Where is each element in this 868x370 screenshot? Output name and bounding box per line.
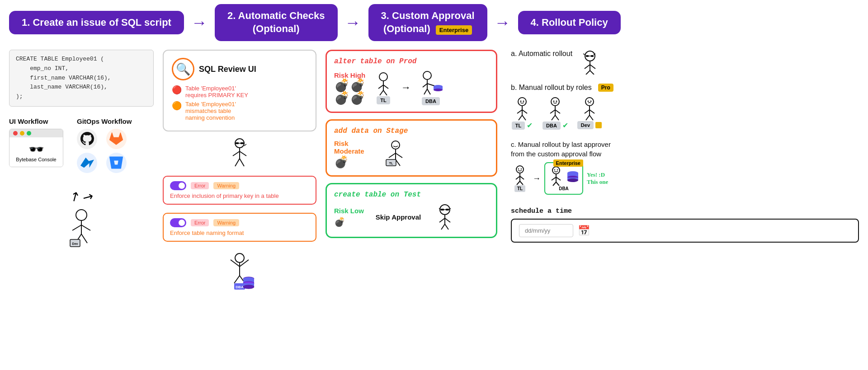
svg-line-21 <box>240 260 249 267</box>
svg-line-16 <box>235 159 240 166</box>
svg-rect-55 <box>441 209 444 211</box>
arrow3: → <box>495 13 511 32</box>
c-arrow: → <box>533 174 541 183</box>
svg-line-114 <box>553 182 556 186</box>
arrow-left: ↗ <box>66 187 83 206</box>
svg-line-40 <box>427 84 434 86</box>
gitops-icons <box>77 129 132 173</box>
tl-role-figure: TL ✔ <box>511 96 533 130</box>
tl-laptop-figure: TL <box>380 140 411 169</box>
dba-shades-figure <box>433 203 458 230</box>
svg-line-96 <box>585 110 590 113</box>
svg-line-98 <box>586 115 590 120</box>
svg-point-37 <box>423 71 431 80</box>
svg-point-102 <box>521 169 522 169</box>
sql-review-title: 🔍 SQL Review UI <box>172 58 307 80</box>
svg-line-64 <box>445 224 448 229</box>
svg-line-62 <box>445 218 450 222</box>
svg-rect-67 <box>591 55 594 57</box>
review-warning: 🟠 Table 'Employee01'mismatches tablenami… <box>172 101 307 121</box>
skip-approval-label: Skip Approval <box>376 213 421 221</box>
approval-title-prod: alter table on Prod <box>334 57 489 66</box>
svg-rect-56 <box>446 209 449 211</box>
code-block: CREATE TABLE Employee01 ( emp_no INT, fi… <box>9 50 154 107</box>
svg-point-77 <box>520 101 522 102</box>
warning-badge: Warning <box>213 182 239 189</box>
svg-point-101 <box>518 169 519 169</box>
step3-box: 3. Custom Approval(Optional) Enterprise <box>368 4 487 41</box>
svg-point-31 <box>379 73 387 81</box>
auto-rollout-figure <box>579 50 601 75</box>
dev-arrows: ↗ ↗ <box>70 189 93 204</box>
workflow-section: UI Workflow 🕶️ Bytebase Console GitOps <box>9 117 154 173</box>
svg-rect-10 <box>241 142 244 144</box>
svg-point-92 <box>585 98 594 106</box>
svg-line-88 <box>550 110 555 113</box>
bombs-high: 💣💣💣💣 <box>334 79 366 104</box>
gitops-workflow: GitOps Workflow <box>77 117 132 173</box>
item-c-label: c. Manual rollout by last approverfrom t… <box>511 140 859 159</box>
toggle-red[interactable] <box>170 181 186 190</box>
svg-line-106 <box>517 181 520 185</box>
dot-green <box>27 131 31 136</box>
search-icon: 🔍 <box>172 58 194 80</box>
date-input[interactable] <box>519 224 573 237</box>
svg-line-91 <box>555 115 559 120</box>
svg-point-94 <box>590 101 591 102</box>
svg-point-84 <box>551 98 559 106</box>
azure-icon <box>77 153 97 173</box>
toggle-orange[interactable] <box>170 218 186 227</box>
svg-point-120 <box>567 178 578 182</box>
svg-line-2 <box>72 225 81 230</box>
error-icon: 🔴 <box>172 85 182 95</box>
approval-box-prod: alter table on Prod Risk High 💣💣💣💣 <box>326 50 497 113</box>
roles-figures: TL ✔ <box>511 96 859 130</box>
svg-line-115 <box>556 182 559 186</box>
svg-line-33 <box>378 85 383 89</box>
dot-yellow <box>20 131 24 136</box>
svg-line-73 <box>590 65 595 69</box>
svg-point-0 <box>76 210 87 220</box>
tl-role-label: TL <box>512 122 525 130</box>
svg-line-35 <box>380 90 383 95</box>
svg-line-17 <box>240 159 244 166</box>
svg-line-42 <box>427 89 430 94</box>
svg-rect-9 <box>236 142 239 144</box>
toggle-row-red: Error Warning <box>170 181 309 190</box>
svg-line-22 <box>234 276 240 283</box>
svg-line-39 <box>423 84 427 87</box>
svg-line-69 <box>583 54 585 55</box>
svg-line-90 <box>552 115 555 120</box>
svg-point-109 <box>554 169 555 170</box>
item-a-label: a. Automatic rollout <box>511 50 572 58</box>
toggle-rule-red: Error Warning Enforce inclusion of prima… <box>163 176 316 205</box>
rule1-text: Enforce inclusion of primary key in a ta… <box>170 192 309 199</box>
svg-line-3 <box>81 225 90 230</box>
rollout-item-b-section: b. Manual rollout by roles Pro <box>511 84 859 130</box>
tl-label: TL <box>377 96 390 104</box>
svg-line-20 <box>231 260 240 267</box>
sql-review-box: 🔍 SQL Review UI 🔴 Table 'Employee01'requ… <box>163 50 316 131</box>
dba-db-figure: DBA <box>163 251 316 291</box>
svg-point-30 <box>243 285 254 289</box>
svg-line-63 <box>441 224 445 229</box>
calendar-icon[interactable]: 📅 <box>578 225 590 237</box>
svg-line-74 <box>586 70 590 75</box>
dba-label: DBA <box>422 97 440 105</box>
tl-checkmark: ✔ <box>527 121 533 130</box>
approval-title-test: create table on Test <box>334 191 489 199</box>
rollout-item-a: a. Automatic rollout <box>511 50 859 75</box>
warning-badge2: Warning <box>213 219 239 226</box>
svg-line-104 <box>516 176 520 179</box>
error-badge2: Error <box>191 219 209 226</box>
schedule-section: schedule a time 📅 <box>511 207 859 243</box>
svg-point-108 <box>552 167 560 174</box>
svg-point-78 <box>523 101 524 102</box>
bitbucket-icon <box>106 153 127 173</box>
svg-line-14 <box>233 151 240 156</box>
step1-box: 1. Create an issue of SQL script <box>9 11 184 35</box>
svg-point-86 <box>556 101 557 102</box>
dba-figure-col3: DBA <box>417 70 444 105</box>
risk-low-section: Risk Low 💣 <box>334 207 364 227</box>
dba-figure-col2 <box>163 137 316 169</box>
